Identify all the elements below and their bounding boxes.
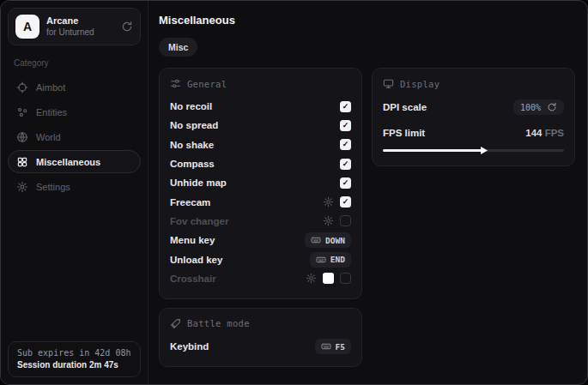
row-label: Fov changer [170, 216, 228, 226]
brand-card: A Arcane for Unturned [8, 8, 141, 45]
fps-limit-row: FPS limit 144 FPS [383, 123, 564, 143]
gear-icon[interactable] [306, 273, 317, 284]
fps-limit-slider[interactable] [383, 146, 564, 155]
row-no-recoil: No recoil✓ [170, 97, 351, 116]
row-label: No shake [170, 140, 214, 150]
refresh-icon[interactable] [121, 21, 133, 33]
checkbox[interactable] [340, 215, 351, 226]
grid-icon [16, 156, 28, 168]
row-no-shake: No shake✓ [170, 135, 351, 154]
row-label: Menu key [170, 235, 215, 245]
sidebar-item-label: Aimbot [36, 82, 65, 93]
dpi-scale-row: DPI scale 100% [383, 97, 564, 117]
entities-icon [16, 106, 28, 118]
checkbox[interactable]: ✓ [340, 159, 351, 170]
color-swatch[interactable] [323, 273, 334, 284]
checkbox[interactable]: ✓ [340, 101, 351, 112]
display-panel-title: Display [400, 79, 439, 89]
battle-mode-panel: Battle mode KeybindF5 [159, 308, 362, 367]
general-panel-title: General [187, 79, 227, 89]
brand-subtitle: for Unturned [46, 27, 94, 39]
sidebar-item-world[interactable]: World [8, 125, 141, 148]
row-crosshair: Crosshair [170, 269, 351, 288]
brand-logo: A [15, 15, 39, 39]
battle-mode-panel-title: Battle mode [187, 318, 250, 328]
row-label: Unhide map [170, 177, 227, 188]
fps-limit-label: FPS limit [383, 128, 425, 138]
sidebar-item-label: Miscellaneous [36, 157, 100, 167]
display-panel: Display DPI scale 100% FPS limit 144 FPS [372, 68, 575, 166]
globe-icon [16, 131, 28, 143]
row-label: Keybind [170, 341, 209, 352]
keybind-button[interactable]: END [310, 252, 351, 268]
general-panel: General No recoil✓No spread✓No shake✓Com… [159, 68, 362, 299]
sidebar-item-entities[interactable]: Entities [8, 100, 141, 123]
row-compass: Compass✓ [170, 154, 351, 173]
sword-icon [170, 318, 181, 329]
fps-limit-unit: FPS [545, 128, 564, 138]
row-label: Compass [170, 159, 215, 169]
gear-icon[interactable] [323, 215, 334, 226]
sidebar-item-label: Settings [36, 182, 70, 192]
battle-mode-rows: KeybindF5 [170, 337, 351, 356]
dpi-scale-value: 100% [520, 103, 541, 112]
keybind-value: DOWN [325, 236, 345, 245]
row-unload-key: Unload keyEND [170, 250, 351, 268]
sidebar-nav: AimbotEntitiesWorldMiscellaneousSettings [8, 75, 141, 198]
keybind-button[interactable]: F5 [315, 339, 351, 354]
dpi-scale-label: DPI scale [383, 102, 427, 112]
app-window: A Arcane for Unturned Category AimbotEnt… [0, 0, 588, 385]
main-content: Miscellaneous Misc General No recoil✓No … [149, 1, 587, 384]
row-label: No recoil [170, 101, 212, 111]
keybind-value: END [330, 255, 345, 264]
sidebar-item-aimbot[interactable]: Aimbot [8, 75, 141, 99]
row-label: Unload key [170, 255, 222, 265]
sidebar-item-label: Entities [36, 107, 67, 117]
sub-expiry-text: Sub expires in 42d 08h [17, 348, 131, 358]
keybind-button[interactable]: DOWN [305, 232, 351, 248]
session-duration-text: Session duration 2m 47s [17, 360, 131, 370]
sidebar-item-settings[interactable]: Settings [8, 175, 141, 198]
gear-icon[interactable] [323, 196, 334, 208]
row-label: Freecam [170, 197, 210, 208]
sliders-icon [170, 78, 181, 89]
slider-thumb[interactable] [481, 147, 488, 154]
sidebar-item-label: World [36, 132, 61, 142]
row-fov-changer: Fov changer [170, 212, 351, 231]
checkbox[interactable]: ✓ [340, 177, 351, 189]
keyboard-icon [321, 341, 331, 352]
keyboard-icon [311, 235, 321, 245]
keybind-value: F5 [336, 342, 345, 352]
brand-name: Arcane [46, 15, 94, 27]
sidebar: A Arcane for Unturned Category AimbotEnt… [1, 1, 149, 384]
row-label: No spread [170, 120, 218, 130]
gear-icon [16, 181, 28, 193]
checkbox[interactable]: ✓ [340, 196, 351, 208]
row-unhide-map: Unhide map✓ [170, 173, 351, 192]
reset-icon[interactable] [547, 102, 557, 112]
crosshair-icon [16, 81, 28, 93]
row-freecam: Freecam✓ [170, 192, 351, 211]
keyboard-icon [316, 255, 326, 265]
row-menu-key: Menu keyDOWN [170, 231, 351, 250]
slider-fill [383, 149, 482, 152]
tab-misc[interactable]: Misc [159, 38, 197, 57]
row-no-spread: No spread✓ [170, 116, 351, 135]
checkbox[interactable] [340, 273, 351, 284]
fps-limit-value: 144 [525, 128, 542, 138]
category-label: Category [14, 58, 135, 68]
dpi-scale-control[interactable]: 100% [513, 99, 564, 115]
row-label: Crosshair [170, 274, 216, 284]
page-title: Miscellaneous [159, 14, 575, 27]
subscription-card: Sub expires in 42d 08h Session duration … [8, 341, 141, 377]
checkbox[interactable]: ✓ [340, 139, 351, 150]
monitor-icon [383, 78, 394, 89]
checkbox[interactable]: ✓ [340, 120, 351, 131]
row-keybind: KeybindF5 [170, 337, 351, 356]
sidebar-item-miscellaneous[interactable]: Miscellaneous [8, 150, 141, 173]
general-rows: No recoil✓No spread✓No shake✓Compass✓Unh… [170, 97, 351, 288]
